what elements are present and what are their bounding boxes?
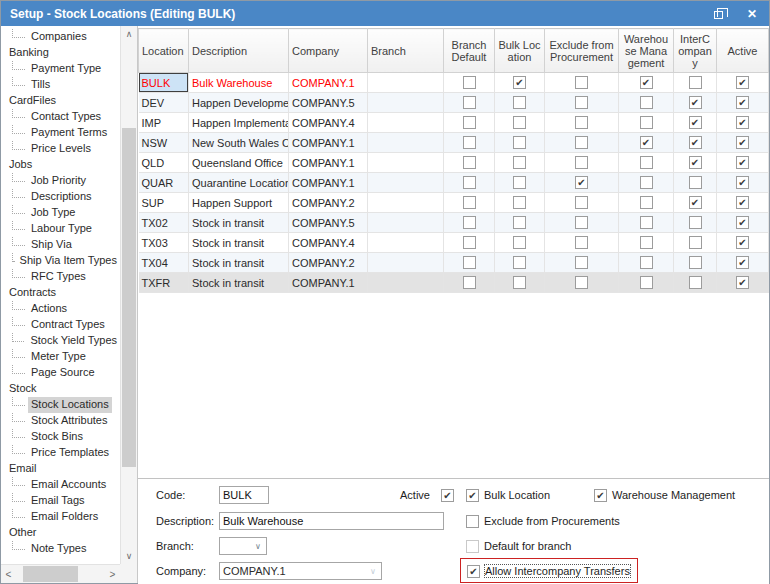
- cell-location[interactable]: TX04: [139, 253, 189, 273]
- cell-bulk-location[interactable]: ✔: [495, 73, 545, 93]
- cell-branch-default[interactable]: [444, 153, 495, 173]
- cell-active[interactable]: ✔: [717, 193, 769, 213]
- cell-active[interactable]: ✔: [717, 93, 769, 113]
- cell-warehouse-management[interactable]: [619, 93, 674, 113]
- cell-intercompany[interactable]: [674, 213, 717, 233]
- cell-location[interactable]: DEV: [139, 93, 189, 113]
- cell-warehouse-management[interactable]: [619, 153, 674, 173]
- horizontal-scroll-thumb[interactable]: [23, 566, 78, 582]
- table-row[interactable]: TX03Stock in transitCOMPANY.4✔: [139, 233, 769, 253]
- cell-active[interactable]: ✔: [717, 253, 769, 273]
- cell-branch[interactable]: [368, 73, 444, 93]
- exclude-procurements-checkbox[interactable]: Exclude from Procurements: [466, 512, 620, 530]
- cell-warehouse-management[interactable]: [619, 113, 674, 133]
- restore-button[interactable]: [701, 1, 735, 26]
- sidebar-item-stock-locations[interactable]: Stock Locations: [1, 397, 120, 413]
- col-header-exclude-from-procurement[interactable]: Exclude from Procurement: [545, 29, 619, 73]
- horizontal-scroll-track[interactable]: [16, 565, 105, 583]
- allow-intercompany-transfers-checkbox[interactable]: ✔ Allow Intercompany Transfers: [467, 562, 630, 580]
- cell-branch[interactable]: [368, 173, 444, 193]
- sidebar-item-ship-via-item-types[interactable]: Ship Via Item Types: [1, 253, 120, 269]
- table-row[interactable]: QLDQueensland OfficeCOMPANY.1✔✔: [139, 153, 769, 173]
- table-row[interactable]: IMPHappen ImplementationCOMPANY.4✔✔: [139, 113, 769, 133]
- cell-location[interactable]: IMP: [139, 113, 189, 133]
- sidebar-item-job-priority[interactable]: Job Priority: [1, 173, 120, 189]
- col-header-company[interactable]: Company: [289, 29, 368, 73]
- warehouse-management-checkbox[interactable]: ✔ Warehouse Management: [594, 486, 735, 504]
- cell-bulk-location[interactable]: [495, 193, 545, 213]
- cell-branch-default[interactable]: [444, 113, 495, 133]
- cell-branch-default[interactable]: [444, 253, 495, 273]
- cell-intercompany[interactable]: [674, 253, 717, 273]
- cell-active[interactable]: ✔: [717, 213, 769, 233]
- cell-warehouse-management[interactable]: [619, 273, 674, 293]
- sidebar-item-contracts[interactable]: Contracts: [1, 285, 120, 301]
- cell-location[interactable]: SUP: [139, 193, 189, 213]
- cell-company[interactable]: COMPANY.1: [289, 73, 368, 93]
- cell-intercompany[interactable]: ✔: [674, 93, 717, 113]
- code-input[interactable]: [219, 486, 269, 504]
- table-row[interactable]: SUPHappen SupportCOMPANY.2✔✔: [139, 193, 769, 213]
- cell-bulk-location[interactable]: [495, 213, 545, 233]
- cell-warehouse-management[interactable]: ✔: [619, 133, 674, 153]
- cell-warehouse-management[interactable]: ✔: [619, 73, 674, 93]
- sidebar-item-contract-types[interactable]: Contract Types: [1, 317, 120, 333]
- cell-intercompany[interactable]: ✔: [674, 193, 717, 213]
- cell-branch-default[interactable]: [444, 73, 495, 93]
- sidebar-item-note-types[interactable]: Note Types: [1, 541, 120, 557]
- cell-location[interactable]: NSW: [139, 133, 189, 153]
- cell-location[interactable]: QUAR: [139, 173, 189, 193]
- cell-branch-default[interactable]: [444, 213, 495, 233]
- cell-company[interactable]: COMPANY.5: [289, 213, 368, 233]
- cell-location[interactable]: TXFR: [139, 273, 189, 293]
- cell-description[interactable]: Stock in transit: [189, 253, 289, 273]
- cell-branch[interactable]: [368, 133, 444, 153]
- cell-description[interactable]: Happen Development: [189, 93, 289, 113]
- cell-exclude-from-procurement[interactable]: [545, 273, 619, 293]
- cell-description[interactable]: Stock in transit: [189, 213, 289, 233]
- titlebar[interactable]: Setup - Stock Locations (Editing BULK) ✕: [1, 1, 769, 26]
- cell-bulk-location[interactable]: [495, 253, 545, 273]
- cell-bulk-location[interactable]: [495, 113, 545, 133]
- table-row[interactable]: NSWNew South Wales OfficeCOMPANY.1✔✔✔: [139, 133, 769, 153]
- cell-exclude-from-procurement[interactable]: [545, 213, 619, 233]
- sidebar-item-email-accounts[interactable]: Email Accounts: [1, 477, 120, 493]
- cell-company[interactable]: COMPANY.1: [289, 133, 368, 153]
- cell-description[interactable]: Stock in transit: [189, 233, 289, 253]
- cell-branch[interactable]: [368, 93, 444, 113]
- cell-active[interactable]: ✔: [717, 73, 769, 93]
- sidebar-item-payment-type[interactable]: Payment Type: [1, 61, 120, 77]
- table-row[interactable]: TX04Stock in transitCOMPANY.2✔: [139, 253, 769, 273]
- cell-active[interactable]: ✔: [717, 233, 769, 253]
- sidebar-vertical-scrollbar[interactable]: ∧ ∨: [120, 26, 137, 564]
- cell-exclude-from-procurement[interactable]: [545, 113, 619, 133]
- cell-exclude-from-procurement[interactable]: [545, 193, 619, 213]
- cell-description[interactable]: Bulk Warehouse: [189, 73, 289, 93]
- sidebar-item-page-source[interactable]: Page Source: [1, 365, 120, 381]
- active-checkbox[interactable]: ✔: [441, 486, 454, 504]
- cell-exclude-from-procurement[interactable]: ✔: [545, 173, 619, 193]
- cell-intercompany[interactable]: ✔: [674, 113, 717, 133]
- cell-bulk-location[interactable]: [495, 273, 545, 293]
- cell-company[interactable]: COMPANY.1: [289, 173, 368, 193]
- cell-branch[interactable]: [368, 273, 444, 293]
- cell-exclude-from-procurement[interactable]: [545, 153, 619, 173]
- cell-company[interactable]: COMPANY.2: [289, 193, 368, 213]
- cell-description[interactable]: Quarantine Location: [189, 173, 289, 193]
- sidebar-item-meter-type[interactable]: Meter Type: [1, 349, 120, 365]
- sidebar-item-ship-via[interactable]: Ship Via: [1, 237, 120, 253]
- cell-exclude-from-procurement[interactable]: [545, 233, 619, 253]
- scroll-left-icon[interactable]: <: [1, 565, 16, 583]
- cell-bulk-location[interactable]: [495, 233, 545, 253]
- sidebar-item-banking[interactable]: Banking: [1, 45, 120, 61]
- cell-intercompany[interactable]: [674, 173, 717, 193]
- cell-description[interactable]: Queensland Office: [189, 153, 289, 173]
- cell-location[interactable]: TX02: [139, 213, 189, 233]
- table-row[interactable]: QUARQuarantine LocationCOMPANY.1✔✔: [139, 173, 769, 193]
- cell-warehouse-management[interactable]: [619, 173, 674, 193]
- cell-bulk-location[interactable]: [495, 173, 545, 193]
- sidebar-item-email-tags[interactable]: Email Tags: [1, 493, 120, 509]
- cell-branch[interactable]: [368, 113, 444, 133]
- cell-intercompany[interactable]: ✔: [674, 153, 717, 173]
- cell-warehouse-management[interactable]: [619, 253, 674, 273]
